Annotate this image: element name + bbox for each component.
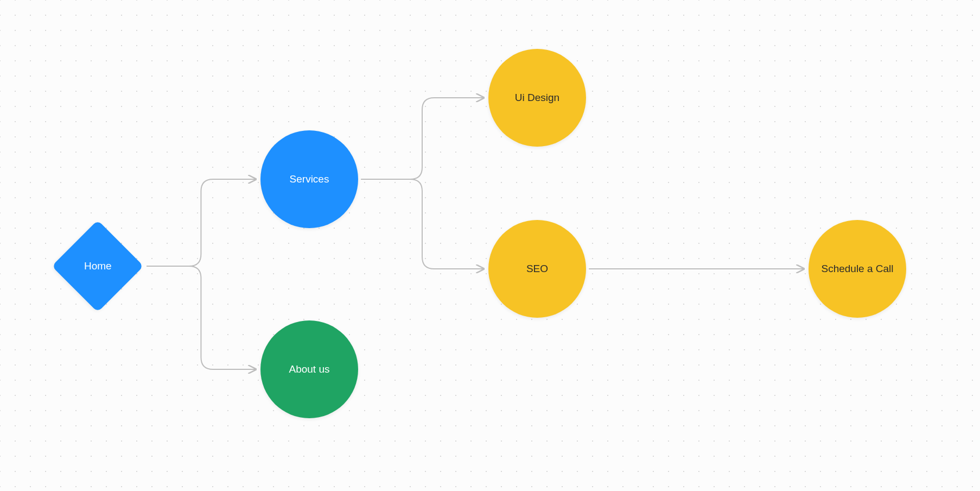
node-services[interactable]: Services — [260, 130, 358, 228]
node-schedule-label: Schedule a Call — [821, 262, 893, 275]
diagram-canvas[interactable]: Home Services About us Ui Design SEO Sch… — [0, 0, 980, 491]
node-seo-label: SEO — [526, 262, 548, 275]
node-about[interactable]: About us — [260, 320, 358, 418]
node-seo[interactable]: SEO — [488, 220, 586, 318]
node-schedule[interactable]: Schedule a Call — [809, 220, 906, 318]
node-uidesign-label: Ui Design — [515, 91, 559, 104]
node-home-label: Home — [84, 260, 112, 273]
node-about-label: About us — [289, 363, 330, 376]
node-services-label: Services — [290, 173, 329, 186]
node-uidesign[interactable]: Ui Design — [488, 49, 586, 147]
